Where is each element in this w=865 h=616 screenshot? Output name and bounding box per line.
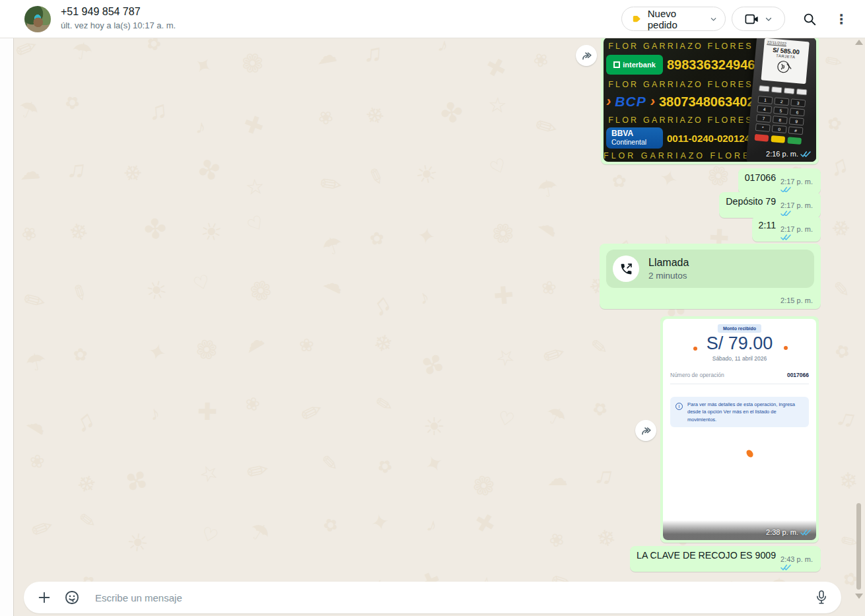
plus-icon (37, 590, 52, 605)
account-owner-name: FLOR GARRIAZO FLORES (604, 80, 758, 89)
scrollbar-thumb[interactable] (856, 503, 861, 590)
bcp-logo: BCP (615, 94, 646, 110)
message-input[interactable] (95, 592, 806, 603)
confetti-dot (784, 346, 788, 350)
receipt-amount: S/ 79.00 (663, 333, 816, 354)
call-title: Llamada (648, 257, 689, 269)
last-seen-status: últ. vez hoy a la(s) 10:17 a. m. (61, 20, 176, 30)
account-owner-name: FLOR GARRIAZO FLORES (604, 151, 758, 160)
pos-terminal-graphic: 22/11/2022 S/ 585.00 TARJETA (745, 38, 816, 162)
bbva-logo: BBVA Continental (606, 127, 663, 149)
message-text: Depósito 79 (726, 196, 776, 207)
whatsapp-chat-window: +51 949 854 787 últ. vez hoy a la(s) 10:… (0, 0, 865, 616)
message-bubble[interactable]: LA CLAVE DE RECOJO ES 90092:43 p. m. (630, 546, 821, 572)
sticker-smiley-icon (64, 590, 80, 605)
receipt-badge: Monto recibido (718, 324, 761, 333)
message-bank-accounts-image[interactable]: FLOR GARRIAZO FLORES interbank 898336324… (601, 38, 819, 164)
emoji-sticker-button[interactable] (64, 590, 80, 605)
read-receipt-icon (800, 151, 811, 158)
order-tag-icon (631, 13, 642, 25)
message-call-notification[interactable]: Llamada 2 minutos 2:15 p. m. (600, 244, 821, 309)
read-receipt-icon (780, 234, 791, 241)
video-camera-icon (745, 13, 759, 25)
receipt-info-text: Para ver más detalles de esta operación,… (687, 401, 795, 423)
interbank-logo-mark (613, 61, 620, 68)
message-text: LA CLAVE DE RECOJO ES 9009 (637, 550, 776, 561)
message-time: 2:15 p. m. (780, 296, 813, 304)
contactless-icon (774, 59, 795, 75)
read-receipt-icon (780, 564, 791, 571)
message-composer (24, 582, 841, 613)
forward-button[interactable] (576, 45, 597, 66)
message-text: 2:11 (759, 220, 777, 230)
microphone-icon (815, 590, 828, 605)
call-icon-circle (613, 256, 639, 282)
contact-avatar[interactable] (24, 6, 51, 32)
message-bubble[interactable]: 0170662:17 p. m. (738, 168, 821, 194)
info-icon: i (675, 403, 683, 410)
message-text: 017066 (745, 172, 776, 183)
message-bubble[interactable]: Depósito 792:17 p. m. (719, 192, 821, 218)
forward-icon (640, 425, 652, 437)
chevron-down-icon (710, 15, 717, 23)
message-bubble[interactable]: 2:112:17 p. m. (752, 216, 821, 242)
payment-receipt-image: Monto recibido S/ 79.00 Sábado, 11 abril… (663, 319, 816, 540)
operation-number-row: Número de operación 0017066 (670, 372, 809, 378)
pos-keypad: 123 456 789 *0# (755, 96, 806, 135)
message-time: 2:38 p. m. (766, 528, 798, 536)
bcp-account-number: 38073480634024 (659, 94, 762, 110)
chat-message-area: ✏☂✿✦❁☁♫♪✚❀❄✤☆✏✎☂✿♫♪✚❀❄✤☆✏✎☀♡☂✿☁♫❄✤☆✏✎☀♡☂… (14, 38, 865, 616)
operation-value: 0017066 (787, 372, 809, 378)
receipt-divider (670, 384, 809, 384)
message-time: 2:17 p. m. (780, 201, 813, 209)
message-time: 2:16 p. m. (766, 150, 798, 158)
chat-header: +51 949 854 787 últ. vez hoy a la(s) 10:… (0, 0, 865, 38)
confetti-blob (745, 449, 754, 459)
bcp-logo-chevron: › (606, 93, 611, 110)
new-order-button[interactable]: Nuevo pedido (621, 7, 726, 31)
chevron-down-icon (765, 15, 773, 23)
kebab-menu-icon: ⋮ (835, 11, 848, 27)
pos-color-keys (755, 134, 802, 145)
message-time: 2:17 p. m. (780, 225, 813, 233)
conversation-list-edge (0, 38, 14, 616)
bank-accounts-image: FLOR GARRIAZO FLORES interbank 898336324… (604, 38, 816, 162)
bcp-account-row: ›BCP› 38073480634024 (606, 93, 762, 110)
call-info-box[interactable]: Llamada 2 minutos (606, 250, 814, 288)
interbank-logo: interbank (606, 55, 663, 75)
video-call-button[interactable] (732, 7, 785, 31)
contact-name[interactable]: +51 949 854 787 (61, 6, 141, 18)
scrollbar-up-arrow[interactable] (855, 40, 863, 45)
search-button[interactable] (799, 9, 820, 30)
account-owner-name: FLOR GARRIAZO FLORES (604, 42, 758, 51)
scrollbar-down-arrow[interactable] (855, 594, 863, 599)
account-owner-name: FLOR GARRIAZO FLORES (604, 116, 758, 125)
interbank-account-row: interbank 8983363249460 (606, 55, 763, 75)
forward-icon (580, 50, 593, 62)
forward-button[interactable] (635, 420, 656, 441)
confetti-dot (693, 347, 697, 351)
new-order-label: Nuevo pedido (648, 8, 705, 30)
pos-function-keys (759, 85, 808, 95)
message-time: 2:43 p. m. (780, 555, 813, 563)
operation-label: Número de operación (670, 372, 724, 378)
receipt-date: Sábado, 11 abril 2026 (663, 355, 816, 362)
search-icon (802, 12, 817, 26)
message-time: 2:17 p. m. (780, 178, 813, 186)
bcp-logo-chevron: › (650, 93, 655, 110)
call-duration: 2 minutos (648, 271, 689, 281)
message-payment-receipt-image[interactable]: Monto recibido S/ 79.00 Sábado, 11 abril… (660, 316, 819, 543)
attach-button[interactable] (37, 590, 52, 605)
pos-screen: 22/11/2022 S/ 585.00 TARJETA (761, 38, 810, 84)
interbank-account-number: 8983363249460 (667, 57, 763, 73)
read-receipt-icon (800, 529, 811, 536)
menu-button[interactable]: ⋮ (831, 9, 852, 30)
voice-message-button[interactable] (815, 590, 828, 605)
outgoing-call-icon (619, 262, 633, 276)
receipt-info-box: i Para ver más detalles de esta operació… (670, 397, 809, 427)
